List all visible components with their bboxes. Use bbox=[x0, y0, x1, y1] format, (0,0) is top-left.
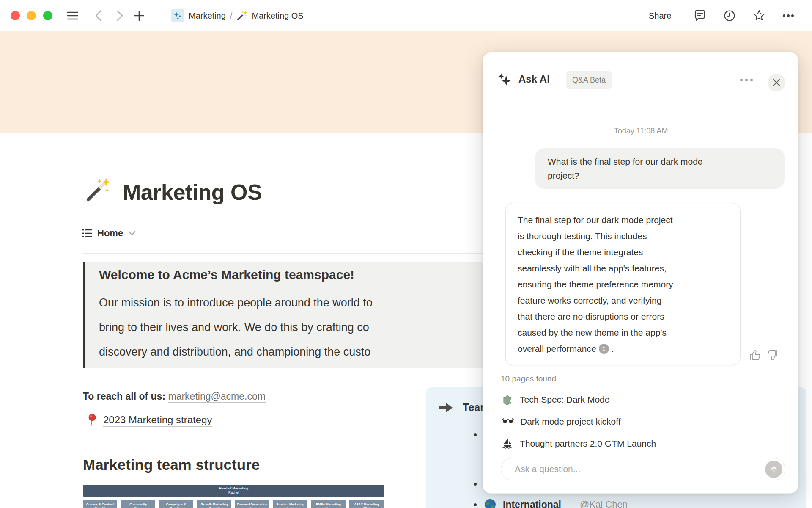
arrow-right-icon bbox=[438, 402, 453, 413]
ai-more-button[interactable] bbox=[737, 71, 756, 89]
tab-home[interactable]: Home bbox=[82, 228, 136, 239]
history-button[interactable] bbox=[722, 8, 737, 23]
ai-close-button[interactable] bbox=[768, 74, 785, 91]
team-heading[interactable]: Team bbox=[438, 401, 489, 414]
favorite-button[interactable] bbox=[752, 8, 766, 23]
notion-window: Marketing / Marketing OS Share bbox=[0, 0, 812, 508]
puzzle-icon bbox=[502, 394, 513, 405]
quote-heading: Welcome to Acme’s Marketing teamspace! bbox=[99, 268, 354, 282]
quote-line: Our mission is to introduce people aroun… bbox=[99, 296, 373, 309]
bullet-point bbox=[474, 433, 477, 436]
ai-answer-bubble: The final step for our dark mode project… bbox=[505, 203, 741, 365]
globe-icon bbox=[484, 499, 496, 508]
citation-badge[interactable]: 1 bbox=[599, 344, 609, 354]
tab-home-label: Home bbox=[97, 228, 123, 239]
org-box: Product MarketingHurley bbox=[273, 500, 307, 508]
share-button[interactable]: Share bbox=[649, 0, 671, 31]
qa-beta-badge: Q&A Beta bbox=[566, 71, 612, 89]
chat-timestamp: Today 11:08 AM bbox=[483, 127, 799, 135]
org-head-title: Head of Marketing bbox=[83, 486, 384, 491]
back-button[interactable] bbox=[91, 8, 106, 23]
ask-question-input[interactable] bbox=[515, 458, 752, 480]
kai-chen-mention: @Kai Chen bbox=[580, 499, 628, 508]
star-icon bbox=[753, 9, 765, 22]
sidebar-menu-button[interactable] bbox=[66, 8, 80, 23]
arrow-up-icon bbox=[770, 465, 778, 474]
marketing-email-link[interactable]: marketing@acme.com bbox=[168, 391, 266, 402]
breadcrumb-separator: / bbox=[230, 11, 233, 21]
list-view-icon bbox=[82, 228, 92, 238]
back-chevron-icon bbox=[94, 10, 103, 21]
send-question-button[interactable] bbox=[765, 461, 782, 478]
forward-button[interactable] bbox=[112, 8, 127, 23]
page-title: Marketing OS bbox=[123, 179, 262, 205]
org-box: Campaigns & CreativeRob bbox=[159, 500, 193, 508]
org-box: Comms & ContentBackfill bbox=[83, 500, 117, 508]
org-box: CommunityDiana bbox=[121, 500, 155, 508]
breadcrumb-space[interactable]: Marketing bbox=[189, 11, 226, 21]
team-structure-heading: Marketing team structure bbox=[83, 456, 260, 473]
titlebar: Marketing / Marketing OS Share bbox=[0, 0, 812, 31]
zoom-window-button[interactable] bbox=[43, 11, 52, 20]
bullet-point bbox=[474, 503, 477, 506]
ai-panel-title: Ask AI bbox=[518, 73, 550, 85]
reach-label: To reach all of us: bbox=[83, 391, 165, 402]
thumbs-down-icon bbox=[767, 349, 779, 361]
breadcrumb-page[interactable]: Marketing OS bbox=[252, 11, 303, 21]
org-head-box: Head of Marketing Rachel bbox=[83, 485, 384, 497]
comments-button[interactable] bbox=[693, 8, 707, 23]
ask-ai-panel: Ask AI Q&A Beta Today 11:08 AM What is t… bbox=[483, 52, 798, 494]
ellipsis-icon bbox=[782, 14, 794, 17]
magic-wand-icon bbox=[85, 177, 111, 203]
bullet-point bbox=[474, 483, 477, 486]
more-options-button[interactable] bbox=[781, 8, 796, 23]
plus-icon bbox=[134, 11, 144, 21]
source-page-gtm-launch[interactable]: Thought partners 2.0 GTM Launch bbox=[502, 435, 781, 452]
org-chart-image[interactable]: Head of Marketing Rachel Comms & Content… bbox=[83, 485, 384, 508]
source-page-dark-mode-kickoff[interactable]: Dark mode project kickoff bbox=[502, 413, 781, 430]
page-icon-magic-wand[interactable] bbox=[85, 177, 111, 205]
forward-chevron-icon bbox=[115, 10, 124, 21]
org-box: EMEA MarketingAine bbox=[311, 500, 346, 508]
org-head-name: Rachel bbox=[83, 491, 384, 495]
clock-icon bbox=[724, 10, 735, 22]
strategy-page-link[interactable]: 2023 Marketing strategy bbox=[103, 414, 212, 426]
breadcrumb: Marketing / Marketing OS bbox=[171, 0, 304, 31]
international-label: International bbox=[503, 499, 561, 508]
chevron-down-icon bbox=[128, 231, 136, 236]
comment-icon bbox=[694, 10, 706, 22]
boat-icon bbox=[502, 438, 513, 449]
hamburger-icon bbox=[67, 11, 78, 20]
pages-found-label: 10 pages found bbox=[501, 374, 556, 384]
user-question-bubble: What is the final step for our dark mode… bbox=[535, 148, 785, 189]
org-boxes-row: Comms & ContentBackfill CommunityDiana C… bbox=[83, 500, 384, 508]
quote-line: bring to their lives and work. We do thi… bbox=[99, 321, 369, 334]
answer-last-line: overall performance 1 . bbox=[518, 341, 728, 357]
sunglasses-icon bbox=[502, 418, 514, 425]
strategy-row: 2023 Marketing strategy bbox=[87, 414, 212, 426]
thumbs-down-button[interactable] bbox=[766, 349, 779, 362]
close-icon bbox=[773, 79, 780, 86]
question-line: project? bbox=[548, 168, 772, 182]
org-box: Growth MarketingBackfill bbox=[197, 500, 231, 508]
magic-wand-icon bbox=[236, 10, 247, 21]
question-line: What is the final step for our dark mode bbox=[548, 155, 772, 168]
ask-question-input-wrap bbox=[501, 458, 785, 480]
quote-line: discovery and distribution, and champion… bbox=[99, 345, 370, 359]
close-window-button[interactable] bbox=[11, 11, 20, 20]
pushpin-icon bbox=[87, 414, 97, 426]
international-row[interactable]: International @Kai Chen bbox=[474, 499, 628, 508]
source-page-tech-spec[interactable]: Tech Spec: Dark Mode bbox=[502, 391, 781, 408]
sparkles-icon bbox=[173, 11, 183, 21]
thumbs-up-icon bbox=[749, 349, 761, 361]
ai-sparkle-icon bbox=[498, 72, 511, 88]
thumbs-up-button[interactable] bbox=[749, 349, 761, 362]
org-box: APAC MarketingTBH bbox=[349, 500, 384, 508]
org-box: Demand GenerationHa bbox=[235, 500, 269, 508]
teamspace-icon[interactable] bbox=[171, 9, 184, 22]
minimize-window-button[interactable] bbox=[27, 11, 36, 20]
reach-row: To reach all of us: marketing@acme.com bbox=[83, 391, 266, 402]
new-tab-button[interactable] bbox=[132, 8, 146, 23]
